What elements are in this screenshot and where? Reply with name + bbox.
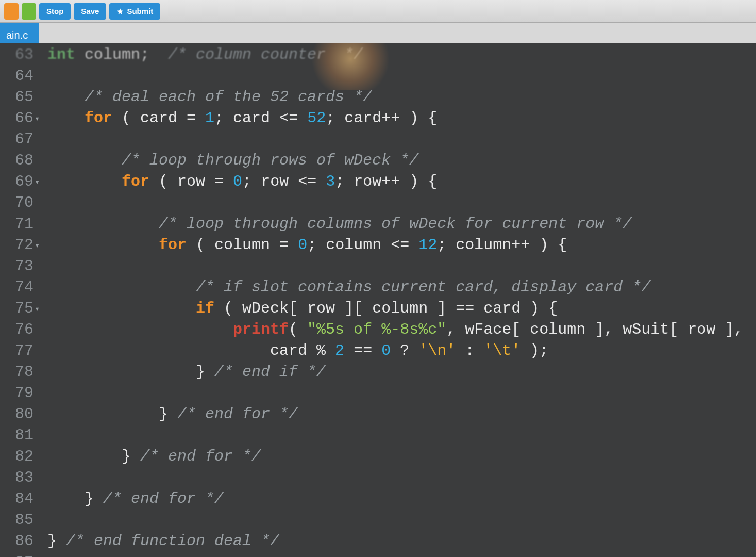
line-number: 84	[0, 488, 33, 510]
code-line: for ( card = 1; card <= 52; card++ ) {	[47, 108, 756, 129]
code-line	[47, 510, 756, 531]
tab-bar: ain.c	[0, 23, 756, 43]
code-line: /* deal each of the 52 cards */	[47, 87, 756, 108]
line-number: 73	[0, 256, 33, 277]
code-line	[47, 467, 756, 488]
line-number: 80	[0, 404, 33, 425]
editor: 6364656667686970717273747576777879808182…	[0, 43, 756, 557]
code-line: } /* end if */	[47, 362, 756, 383]
line-number: 72	[0, 235, 33, 256]
code-line	[47, 256, 756, 277]
line-number: 64	[0, 65, 33, 87]
code-line: card % 2 == 0 ? '\n' : '\t' );	[47, 340, 756, 362]
line-number: 76	[0, 319, 33, 340]
toolbar: Stop Save Submit	[0, 0, 756, 23]
line-number: 66	[0, 108, 33, 129]
code-line: } /* end function deal */	[47, 531, 756, 552]
line-number: 86	[0, 531, 33, 552]
line-number: 78	[0, 362, 33, 383]
line-number: 83	[0, 467, 33, 488]
code-line	[47, 129, 756, 150]
code-line: /* if slot contains current card, displa…	[47, 277, 756, 298]
line-number: 81	[0, 425, 33, 446]
line-number: 63	[0, 44, 33, 65]
stop-button-label: Stop	[46, 7, 63, 15]
code-line	[47, 425, 756, 446]
code-line: /* loop through rows of wDeck */	[47, 150, 756, 171]
line-number: 77	[0, 340, 33, 362]
submit-button[interactable]: Submit	[109, 3, 160, 20]
toolbar-button-green[interactable]	[22, 3, 36, 20]
toolbar-button-orange[interactable]	[4, 3, 19, 20]
line-number: 70	[0, 192, 33, 214]
submit-button-label: Submit	[127, 7, 153, 15]
code-line	[47, 65, 756, 87]
line-number: 69	[0, 171, 33, 192]
line-number: 67	[0, 129, 33, 150]
save-button-label: Save	[81, 7, 99, 15]
line-number: 68	[0, 150, 33, 171]
line-number: 87	[0, 552, 33, 557]
code-line: } /* end for */	[47, 446, 756, 467]
save-button[interactable]: Save	[74, 3, 106, 20]
line-number: 85	[0, 510, 33, 531]
code-line: } /* end for */	[47, 404, 756, 425]
line-number-gutter[interactable]: 6364656667686970717273747576777879808182…	[0, 43, 40, 557]
code-line: /* loop through columns of wDeck for cur…	[47, 214, 756, 235]
tab-filename: ain.c	[6, 29, 28, 41]
line-number: 79	[0, 383, 33, 404]
line-number: 65	[0, 87, 33, 108]
code-line	[47, 383, 756, 404]
line-number: 71	[0, 214, 33, 235]
code-line: for ( row = 0; row <= 3; row++ ) {	[47, 171, 756, 192]
tab-main-c[interactable]: ain.c	[0, 23, 39, 43]
code-line: if ( wDeck[ row ][ column ] == card ) {	[47, 298, 756, 319]
code-line: for ( column = 0; column <= 12; column++…	[47, 235, 756, 256]
stop-button[interactable]: Stop	[39, 3, 71, 20]
line-number: 82	[0, 446, 33, 467]
code-line: printf( "%5s of %-8s%c", wFace[ column ]…	[47, 319, 756, 340]
star-icon	[116, 8, 124, 15]
code-area[interactable]: int column; /* column counter */ /* deal…	[40, 43, 756, 557]
code-line	[47, 192, 756, 214]
line-number: 74	[0, 277, 33, 298]
code-line: int column; /* column counter */	[47, 44, 756, 65]
line-number: 75	[0, 298, 33, 319]
code-line: } /* end for */	[47, 488, 756, 510]
code-line	[47, 552, 756, 557]
